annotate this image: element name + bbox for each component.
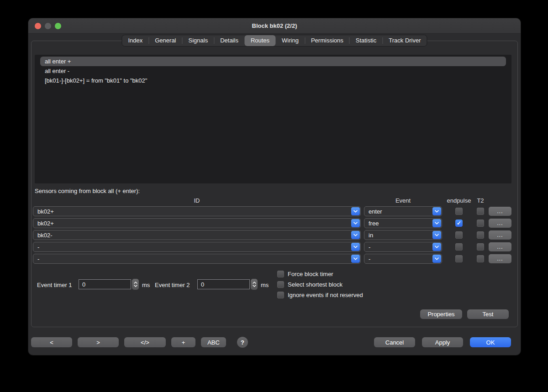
option-label: Force block timer	[288, 271, 333, 277]
event-timer-2-label: Event timer 2	[155, 282, 190, 288]
sensor-event-value: enter	[364, 208, 432, 215]
chevron-down-icon	[253, 285, 256, 287]
chevron-down-icon	[134, 285, 137, 287]
next-button[interactable]: >	[78, 337, 119, 347]
titlebar: Block bk02 (2/2)	[28, 18, 521, 34]
sensor-event-value: -	[364, 244, 432, 251]
sensor-id-select[interactable]: bk02+	[33, 218, 361, 228]
option-row: Force block timer	[277, 271, 363, 277]
route-list-item[interactable]: [bk01-]-[bk02+] = from "bk01" to "bk02"	[40, 76, 506, 85]
sensor-row: bk02+ free ...	[33, 218, 511, 228]
sensor-id-select[interactable]: -	[33, 242, 361, 252]
chevron-up-icon	[253, 282, 256, 284]
event-timer-2-unit: ms	[261, 282, 269, 288]
column-header-t2: T2	[474, 197, 487, 204]
endpulse-checkbox[interactable]	[455, 231, 463, 239]
event-timer-2-stepper[interactable]	[251, 279, 258, 290]
sensor-event-select[interactable]: -	[364, 242, 442, 252]
traffic-lights	[35, 23, 61, 29]
tab-wiring[interactable]: Wiring	[276, 35, 305, 46]
sensors-section-label: Sensors coming from block all (+ enter):	[35, 188, 140, 194]
apply-button[interactable]: Apply	[422, 337, 463, 347]
sensor-id-value: bk02+	[33, 220, 351, 227]
sensor-more-button[interactable]: ...	[489, 230, 511, 240]
chevron-down-icon	[351, 255, 360, 263]
sensor-id-select[interactable]: bk02+	[33, 206, 361, 216]
sensor-id-value: -	[33, 244, 351, 251]
route-list-item[interactable]: all enter +	[40, 57, 506, 66]
sensor-more-button[interactable]: ...	[489, 207, 511, 216]
sensor-more-button[interactable]: ...	[489, 254, 511, 263]
option-checkbox[interactable]	[277, 292, 284, 298]
tab-general[interactable]: General	[149, 35, 182, 46]
test-button[interactable]: Test	[467, 309, 509, 319]
option-label: Select shortest block	[288, 281, 342, 288]
column-header-id: ID	[33, 197, 361, 204]
sensor-id-value: -	[33, 256, 351, 262]
routes-list: all enter +all enter -[bk01-]-[bk02+] = …	[35, 55, 511, 183]
sensor-row: - - ...	[33, 242, 511, 252]
chevron-down-icon	[432, 207, 441, 215]
chevron-down-icon	[432, 243, 441, 251]
endpulse-checkbox[interactable]	[455, 255, 463, 262]
tab-routes[interactable]: Routes	[245, 35, 275, 46]
event-timer-1-input[interactable]	[79, 279, 131, 289]
tab-track-driver[interactable]: Track Driver	[383, 35, 427, 46]
sensor-more-button[interactable]: ...	[489, 242, 511, 251]
chevron-down-icon	[351, 243, 360, 251]
event-timer-2-input[interactable]	[197, 279, 250, 289]
zoom-button[interactable]	[55, 23, 61, 29]
event-timer-1-stepper[interactable]	[132, 279, 139, 290]
sensor-row: bk02+ enter ...	[33, 206, 511, 216]
properties-button[interactable]: Properties	[420, 309, 462, 319]
add-button[interactable]: +	[171, 337, 195, 347]
xml-code-button[interactable]: </>	[124, 337, 166, 347]
t2-checkbox[interactable]	[477, 231, 484, 239]
t2-checkbox[interactable]	[477, 208, 484, 215]
sensor-event-select[interactable]: in	[364, 230, 442, 240]
column-header-endpulse: endpulse	[445, 197, 473, 204]
tab-details[interactable]: Details	[214, 35, 244, 46]
endpulse-checkbox[interactable]	[455, 208, 463, 215]
endpulse-checkbox[interactable]	[455, 220, 463, 227]
option-checkbox[interactable]	[277, 271, 284, 277]
chevron-up-icon	[134, 282, 137, 284]
sensor-event-select[interactable]: free	[364, 218, 442, 228]
tab-signals[interactable]: Signals	[183, 35, 214, 46]
t2-checkbox[interactable]	[477, 220, 484, 227]
sensor-event-select[interactable]: -	[364, 254, 442, 264]
sensor-event-select[interactable]: enter	[364, 206, 442, 216]
sensor-id-select[interactable]: -	[33, 254, 361, 264]
tab-statistic[interactable]: Statistic	[350, 35, 383, 46]
sensor-rows: bk02+ enter ... bk02+ free	[33, 206, 511, 266]
tab-index[interactable]: Index	[122, 35, 148, 46]
event-timer-1-unit: ms	[142, 282, 150, 288]
option-label: Ignore events if not reserved	[288, 292, 363, 298]
route-list-item[interactable]: all enter -	[40, 66, 506, 76]
abc-button[interactable]: ABC	[201, 337, 226, 347]
sensor-event-value: in	[364, 232, 432, 239]
dialog-window: Block bk02 (2/2) IndexGeneralSignalsDeta…	[28, 18, 521, 355]
sensor-id-select[interactable]: bk02-	[33, 230, 361, 240]
sensor-more-button[interactable]: ...	[489, 219, 511, 228]
cancel-button[interactable]: Cancel	[374, 337, 415, 347]
sensor-event-value: free	[364, 220, 432, 227]
chevron-down-icon	[432, 255, 441, 263]
option-checkbox[interactable]	[277, 281, 284, 288]
ok-button[interactable]: OK	[470, 337, 511, 347]
chevron-down-icon	[351, 219, 360, 227]
close-button[interactable]	[35, 23, 41, 29]
previous-button[interactable]: <	[31, 337, 72, 347]
help-button[interactable]: ?	[237, 337, 248, 348]
sensor-id-value: bk02+	[33, 208, 351, 215]
window-title: Block bk02 (2/2)	[28, 18, 521, 34]
minimize-button[interactable]	[45, 23, 51, 29]
sensor-row: bk02- in ...	[33, 230, 511, 240]
t2-checkbox[interactable]	[477, 255, 484, 262]
sensor-id-value: bk02-	[33, 232, 351, 239]
endpulse-checkbox[interactable]	[455, 243, 463, 251]
chevron-down-icon	[432, 231, 441, 239]
sensor-row: - - ...	[33, 254, 511, 264]
t2-checkbox[interactable]	[477, 243, 484, 251]
tab-permissions[interactable]: Permissions	[305, 35, 349, 46]
